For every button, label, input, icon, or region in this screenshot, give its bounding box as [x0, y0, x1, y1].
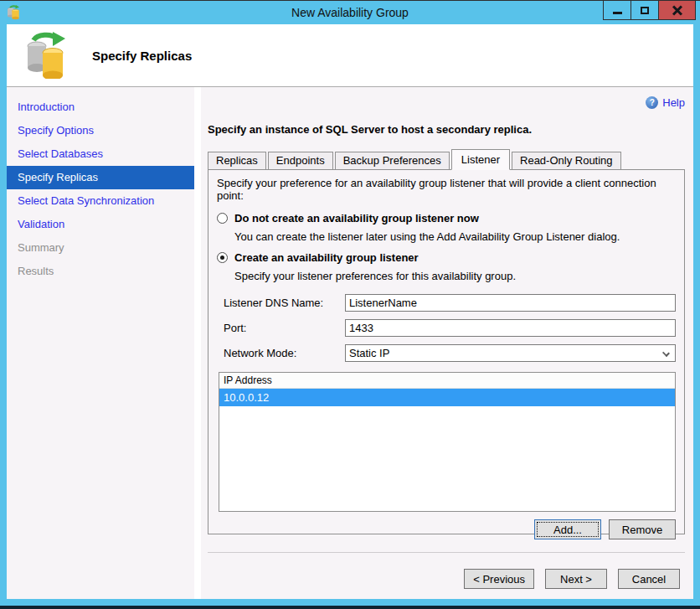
tab-backup-preferences[interactable]: Backup Preferences	[335, 152, 450, 169]
wizard-footer: < Previous Next > Cancel	[208, 569, 685, 589]
footer-separator	[208, 552, 685, 553]
network-mode-value: Static IP	[349, 347, 389, 359]
radio-create-listener[interactable]	[217, 252, 228, 263]
sidebar-item-specify-replicas[interactable]: Specify Replicas	[7, 166, 194, 189]
page-title: Specify Replicas	[92, 49, 192, 63]
sidebar-item-select-databases[interactable]: Select Databases	[7, 142, 194, 166]
maximize-button[interactable]	[631, 1, 659, 19]
radio-create-listener-label[interactable]: Create an availability group listener	[234, 251, 419, 264]
window-title: New Availability Group	[0, 6, 700, 19]
listener-tab-page: Specify your preference for an availabil…	[208, 169, 685, 534]
remove-button[interactable]: Remove	[609, 519, 676, 539]
listener-dns-name-label: Listener DNS Name:	[224, 297, 345, 309]
help-label: Help	[662, 96, 685, 109]
maximize-icon	[641, 7, 649, 14]
network-mode-label: Network Mode:	[224, 347, 345, 359]
sidebar-item-results: Results	[7, 260, 194, 283]
port-label: Port:	[224, 322, 345, 334]
radio-no-listener[interactable]	[217, 213, 228, 224]
dialog-frame: Specify Replicas Introduction Specify Op…	[7, 24, 693, 599]
close-button[interactable]	[659, 1, 695, 19]
replicas-database-icon	[25, 32, 70, 79]
sidebar-item-validation[interactable]: Validation	[7, 213, 194, 236]
add-button[interactable]: Add...	[534, 519, 601, 539]
ip-address-column-header: IP Address	[219, 373, 675, 389]
listener-dns-name-input[interactable]	[345, 294, 676, 312]
radio-create-listener-description: Specify your listener preferences for th…	[234, 270, 676, 282]
sidebar-divider	[194, 87, 201, 599]
cancel-button[interactable]: Cancel	[618, 569, 680, 589]
window-controls	[603, 1, 696, 20]
wizard-window: New Availability Group Specify Replicas	[0, 0, 700, 609]
sidebar-item-specify-options[interactable]: Specify Options	[7, 119, 194, 142]
next-button[interactable]: Next >	[545, 569, 607, 589]
sidebar-item-summary: Summary	[7, 236, 194, 260]
window-bottom-edge	[0, 606, 700, 609]
tab-strip: Replicas Endpoints Backup Preferences Li…	[208, 148, 685, 169]
network-mode-select[interactable]: Static IP	[345, 344, 676, 362]
wizard-steps-sidebar: Introduction Specify Options Select Data…	[7, 87, 194, 599]
ip-address-list[interactable]: IP Address 10.0.0.12	[219, 372, 676, 512]
page-instruction: Specify an instance of SQL Server to hos…	[208, 123, 685, 136]
help-link[interactable]: ? Help	[646, 96, 685, 109]
main-panel: ? Help Specify an instance of SQL Server…	[201, 87, 693, 599]
ip-address-row[interactable]: 10.0.0.12	[219, 389, 675, 406]
radio-no-listener-description: You can create the listener later using …	[234, 230, 676, 243]
close-icon	[672, 5, 682, 15]
title-bar: New Availability Group	[0, 1, 700, 24]
tab-read-only-routing[interactable]: Read-Only Routing	[512, 152, 621, 169]
tab-endpoints[interactable]: Endpoints	[268, 152, 333, 169]
listener-intro-text: Specify your preference for an availabil…	[217, 177, 676, 202]
sidebar-item-select-data-synchronization[interactable]: Select Data Synchronization	[7, 189, 194, 213]
minimize-button[interactable]	[604, 1, 631, 19]
tab-listener[interactable]: Listener	[451, 149, 510, 170]
sidebar-item-introduction[interactable]: Introduction	[7, 95, 194, 119]
tab-replicas[interactable]: Replicas	[208, 152, 266, 169]
previous-button[interactable]: < Previous	[464, 569, 534, 589]
minimize-icon	[613, 12, 622, 14]
help-icon: ?	[646, 96, 658, 109]
radio-no-listener-label[interactable]: Do not create an availability group list…	[234, 212, 479, 225]
chevron-down-icon	[662, 349, 670, 357]
port-input[interactable]	[345, 319, 676, 337]
page-header: Specify Replicas	[7, 24, 693, 87]
